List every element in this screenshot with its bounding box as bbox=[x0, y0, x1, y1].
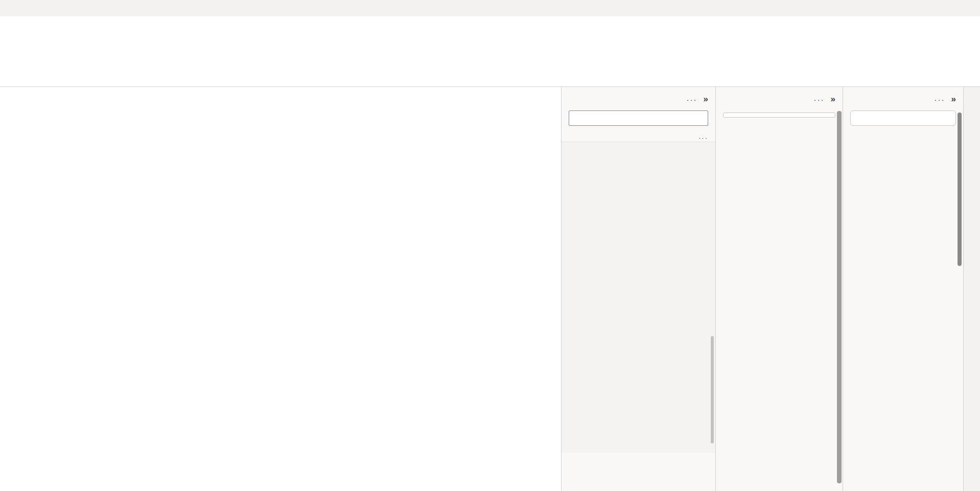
format-pane: ··· » ··· bbox=[561, 87, 715, 491]
ribbon-tab-bar bbox=[0, 0, 980, 16]
format-pane-scrollbar[interactable] bbox=[711, 336, 714, 443]
suggestions-label bbox=[716, 108, 843, 113]
format-section bbox=[562, 142, 715, 453]
format-pane-header: ··· » bbox=[562, 87, 715, 108]
data-pane-header: ··· » bbox=[843, 87, 963, 108]
ribbon bbox=[0, 16, 980, 87]
format-pane-collapse-icon[interactable]: » bbox=[704, 94, 708, 104]
build-pane-scrollbar[interactable] bbox=[837, 111, 842, 483]
data-search[interactable] bbox=[850, 110, 956, 126]
data-pane-more-icon[interactable]: ··· bbox=[935, 95, 945, 104]
data-search-input[interactable] bbox=[858, 115, 951, 122]
report-canvas[interactable] bbox=[0, 87, 561, 491]
visual-type-gallery bbox=[723, 113, 835, 118]
build-pane-header: ··· » bbox=[716, 87, 843, 108]
powerbi-desktop-window: ··· » ··· ··· » bbox=[0, 0, 980, 491]
format-tabs: ··· bbox=[562, 126, 715, 142]
build-pane-collapse-icon[interactable]: » bbox=[831, 94, 835, 104]
right-rail bbox=[963, 87, 980, 491]
format-pane-more-icon[interactable]: ··· bbox=[687, 95, 697, 104]
main-area: ··· » ··· ··· » bbox=[0, 87, 980, 491]
format-search[interactable] bbox=[569, 110, 708, 126]
build-pane: ··· » bbox=[715, 87, 843, 491]
data-pane-scrollbar[interactable] bbox=[958, 113, 962, 266]
data-pane-collapse-icon[interactable]: » bbox=[951, 94, 956, 104]
build-pane-more-icon[interactable]: ··· bbox=[814, 95, 825, 104]
format-tabs-more-icon[interactable]: ··· bbox=[698, 134, 708, 142]
format-search-input[interactable] bbox=[577, 115, 704, 122]
data-pane: ··· » bbox=[843, 87, 963, 491]
